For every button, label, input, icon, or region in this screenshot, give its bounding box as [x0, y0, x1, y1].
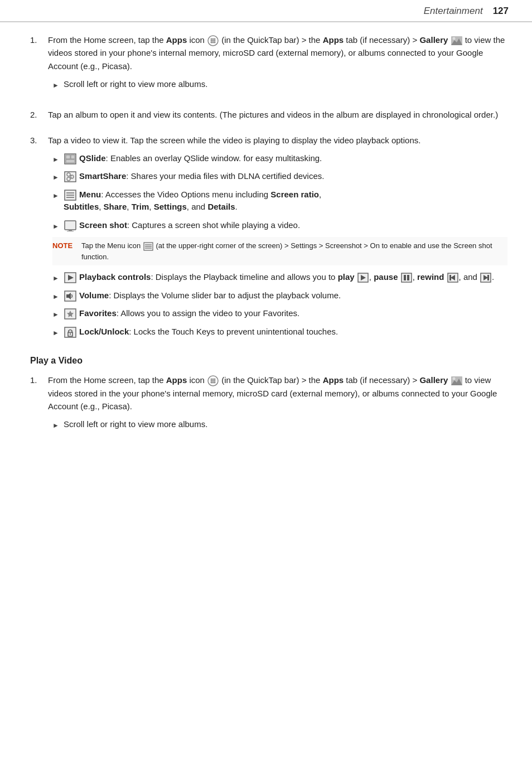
- svg-point-4: [211, 40, 212, 42]
- bullet-volume: ► Volume: Displays the Volume slider bar…: [52, 289, 507, 302]
- smartshare-label: SmartShare: [79, 171, 126, 181]
- play-video-heading: Play a Video: [30, 356, 507, 366]
- svg-point-63: [214, 382, 216, 384]
- svg-point-62: [212, 382, 214, 384]
- screen-ratio-label: Screen ratio: [270, 190, 319, 199]
- menu-icon: [64, 190, 76, 201]
- svg-point-55: [211, 379, 212, 380]
- pause-btn-icon: [401, 273, 412, 283]
- bullet-playback: ► Playback controls: Displays the Playba…: [52, 271, 507, 284]
- play-step-1-number: 1.: [30, 374, 42, 436]
- gallery-icon-play: [451, 376, 462, 385]
- svg-point-58: [211, 380, 212, 382]
- menu-label: Menu: [79, 190, 101, 199]
- svg-rect-40: [407, 275, 409, 280]
- bullet-smartshare-content: SmartShare: Shares your media files with…: [64, 170, 507, 183]
- svg-rect-38: [402, 273, 412, 282]
- play-bold: play: [338, 272, 355, 282]
- svg-point-12: [452, 37, 455, 40]
- arrow-icon-1: ►: [52, 80, 59, 90]
- step-1-bullets: ► Scroll left or right to view more albu…: [52, 78, 507, 91]
- share-label: Share: [104, 202, 127, 211]
- trim-label: Trim: [132, 202, 149, 211]
- apps-bold-play2: Apps: [323, 375, 344, 385]
- svg-rect-46: [487, 275, 489, 280]
- svg-point-60: [214, 380, 216, 382]
- step-2-number: 2.: [30, 108, 42, 121]
- play-video-section: Play a Video 1. From the Home screen, ta…: [30, 356, 507, 436]
- bullet-scroll-1: ► Scroll left or right to view more albu…: [52, 78, 507, 91]
- arrow-icon-lock: ►: [52, 328, 59, 338]
- volume-icon: [64, 290, 76, 302]
- play-step-1-body: From the Home screen, tap the Apps icon …: [48, 374, 507, 436]
- play-step-1: 1. From the Home screen, tap the Apps ic…: [30, 374, 507, 436]
- bullet-favorites-content: Favorites: Allows you to assign the vide…: [64, 307, 507, 320]
- arrow-icon-play: ►: [52, 420, 59, 430]
- forward-btn-icon: [480, 273, 491, 283]
- bullet-screenshot-content: Screen shot: Captures a screen shot whil…: [64, 219, 507, 232]
- svg-point-7: [211, 42, 212, 43]
- svg-point-66: [452, 377, 455, 380]
- header-title: Entertainment: [424, 6, 483, 17]
- gallery-icon-1: [451, 36, 462, 45]
- gallery-bold-play: Gallery: [419, 375, 448, 385]
- note-block: NOTE Tap the Menu icon (at the upper-rig…: [52, 237, 507, 265]
- smartshare-icon: [64, 171, 76, 182]
- arrow-icon-screenshot: ►: [52, 221, 59, 231]
- arrow-icon-volume: ►: [52, 292, 59, 302]
- step-3-number: 3.: [30, 134, 42, 344]
- apps-bold-play: Apps: [166, 375, 187, 385]
- pause-bold: pause: [374, 272, 398, 282]
- bullet-lock-content: Lock/Unlock: Locks the Touch Keys to pre…: [64, 326, 507, 338]
- svg-point-1: [211, 38, 212, 40]
- step-1: 1. From the Home screen, tap the Apps ic…: [30, 33, 507, 96]
- svg-point-2: [212, 38, 214, 40]
- bullet-qslide-content: QSlide: Enables an overlay QSlide window…: [64, 152, 507, 165]
- play-step-1-bullets: ► Scroll left or right to view more albu…: [52, 418, 507, 431]
- step-2-body: Tap an album to open it and view its con…: [48, 108, 507, 121]
- main-content: 1. From the Home screen, tap the Apps ic…: [30, 33, 507, 449]
- favorites-icon: [64, 308, 76, 319]
- step-1-body: From the Home screen, tap the Apps icon …: [48, 33, 507, 96]
- play-btn-icon: [357, 273, 369, 283]
- svg-rect-27: [65, 221, 76, 230]
- bullet-favorites: ► Favorites: Allows you to assign the vi…: [52, 307, 507, 320]
- svg-point-61: [211, 382, 212, 384]
- bullet-menu-content: Menu: Accesses the Video Options menu in…: [64, 188, 507, 214]
- svg-point-6: [214, 40, 216, 42]
- svg-point-56: [212, 379, 214, 380]
- playback-icon: [64, 272, 76, 283]
- qslide-icon: [64, 153, 76, 164]
- top-rule: [0, 21, 532, 22]
- svg-point-53: [70, 333, 71, 335]
- lock-label: Lock/Unlock: [79, 327, 129, 336]
- bullet-qslide: ► QSlide: Enables an overlay QSlide wind…: [52, 152, 507, 165]
- bullet-menu: ► Menu: Accesses the Video Options menu …: [52, 188, 507, 214]
- playback-label: Playback controls: [79, 272, 151, 282]
- settings-label: Settings: [154, 202, 187, 211]
- lock-icon: [64, 327, 76, 338]
- step-3: 3. Tap a video to view it. Tap the scree…: [30, 134, 507, 344]
- bullet-volume-content: Volume: Displays the Volume slider bar t…: [64, 289, 507, 302]
- volume-label: Volume: [79, 290, 109, 300]
- qslide-label: QSlide: [79, 153, 106, 163]
- bullet-scroll-1-text: Scroll left or right to view more albums…: [64, 78, 507, 91]
- apps-icon-play: [207, 375, 219, 386]
- bullet-scroll-play-text: Scroll left or right to view more albums…: [64, 418, 507, 431]
- step-1-number: 1.: [30, 33, 42, 96]
- note-label: NOTE: [52, 240, 76, 251]
- bullet-screenshot: ► Screen shot: Captures a screen shot wh…: [52, 219, 507, 232]
- step-2: 2. Tap an album to open it and view its …: [30, 108, 507, 121]
- svg-point-5: [212, 40, 214, 42]
- screenshot-label: Screen shot: [79, 220, 127, 230]
- arrow-icon-menu: ►: [52, 191, 59, 201]
- page-number: 127: [493, 6, 509, 17]
- svg-rect-15: [71, 155, 75, 159]
- step-3-body: Tap a video to view it. Tap the screen w…: [48, 134, 507, 344]
- bullet-scroll-play: ► Scroll left or right to view more albu…: [52, 418, 507, 431]
- svg-point-59: [212, 380, 214, 382]
- apps-bold-2: Apps: [323, 35, 344, 45]
- svg-point-8: [212, 42, 214, 43]
- favorites-label: Favorites: [79, 308, 117, 318]
- bullet-lock: ► Lock/Unlock: Locks the Touch Keys to p…: [52, 326, 507, 338]
